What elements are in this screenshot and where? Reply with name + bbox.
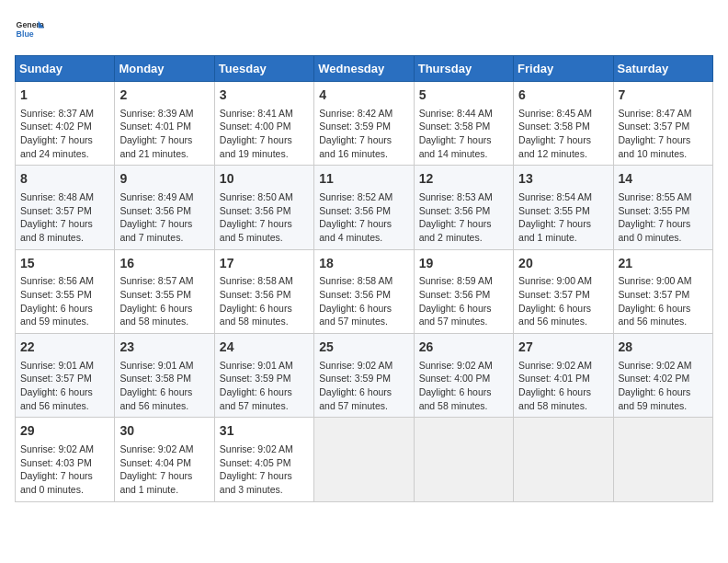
day-info-line: Daylight: 7 hours xyxy=(518,217,608,231)
day-info-line: Sunrise: 8:41 AM xyxy=(220,107,309,121)
day-info-line: Daylight: 7 hours xyxy=(119,469,209,483)
calendar-cell: 14Sunrise: 8:55 AMSunset: 3:55 PMDayligh… xyxy=(613,166,712,249)
calendar-cell: 22Sunrise: 9:01 AMSunset: 3:57 PMDayligh… xyxy=(16,334,115,418)
day-info-line: Sunset: 4:05 PM xyxy=(220,456,309,470)
day-info-line: Sunrise: 9:02 AM xyxy=(319,359,408,373)
day-info-line: Sunrise: 8:58 AM xyxy=(220,274,309,288)
calendar-cell xyxy=(314,418,414,501)
day-info-line: Daylight: 7 hours xyxy=(220,133,309,147)
day-info-line: Sunset: 3:59 PM xyxy=(220,372,309,385)
day-info-line: Sunset: 4:02 PM xyxy=(20,120,109,133)
day-info-line: and 58 minutes. xyxy=(518,399,608,413)
day-info-line: Sunrise: 8:45 AM xyxy=(518,107,608,121)
day-info-line: and 14 minutes. xyxy=(419,147,508,161)
day-number: 15 xyxy=(20,255,109,273)
day-info-line: Sunset: 4:01 PM xyxy=(119,120,209,133)
calendar-cell: 3Sunrise: 8:41 AMSunset: 4:00 PMDaylight… xyxy=(214,82,313,166)
day-info-line: Sunset: 4:04 PM xyxy=(119,456,209,470)
calendar-cell: 9Sunrise: 8:49 AMSunset: 3:56 PMDaylight… xyxy=(115,166,214,249)
day-info-line: Daylight: 7 hours xyxy=(419,133,508,147)
day-info-line: Sunrise: 8:58 AM xyxy=(319,274,408,288)
day-info-line: and 5 minutes. xyxy=(220,231,309,245)
calendar-cell: 23Sunrise: 9:01 AMSunset: 3:58 PMDayligh… xyxy=(115,334,214,418)
calendar-cell: 6Sunrise: 8:45 AMSunset: 3:58 PMDaylight… xyxy=(514,82,613,166)
day-info-line: Daylight: 7 hours xyxy=(319,217,408,231)
day-info-line: Daylight: 6 hours xyxy=(20,302,109,316)
day-info-line: and 24 minutes. xyxy=(20,147,109,161)
day-number: 18 xyxy=(319,255,408,273)
svg-text:Blue: Blue xyxy=(17,29,34,39)
day-number: 26 xyxy=(419,339,508,357)
calendar-cell: 18Sunrise: 8:58 AMSunset: 3:56 PMDayligh… xyxy=(314,249,414,333)
dow-header-friday: Friday xyxy=(514,56,613,82)
dow-header-monday: Monday xyxy=(115,56,214,82)
day-info-line: Sunrise: 9:01 AM xyxy=(119,359,209,373)
day-info-line: and 21 minutes. xyxy=(119,147,209,161)
day-info-line: Sunset: 3:55 PM xyxy=(119,288,209,302)
day-info-line: Daylight: 6 hours xyxy=(518,302,608,316)
day-info-line: and 1 minute. xyxy=(119,483,209,497)
dow-header-tuesday: Tuesday xyxy=(214,56,313,82)
calendar-cell: 11Sunrise: 8:52 AMSunset: 3:56 PMDayligh… xyxy=(314,166,414,249)
day-info-line: Sunset: 3:56 PM xyxy=(319,204,408,218)
day-info-line: Sunrise: 8:44 AM xyxy=(419,107,508,121)
day-number: 25 xyxy=(319,339,408,357)
day-info-line: and 19 minutes. xyxy=(220,147,309,161)
day-info-line: and 1 minute. xyxy=(518,231,608,245)
day-info-line: Daylight: 6 hours xyxy=(119,302,209,316)
calendar-cell: 1Sunrise: 8:37 AMSunset: 4:02 PMDaylight… xyxy=(16,82,115,166)
day-info-line: Sunrise: 8:48 AM xyxy=(20,190,109,204)
calendar-cell: 20Sunrise: 9:00 AMSunset: 3:57 PMDayligh… xyxy=(514,249,613,333)
day-info-line: Sunrise: 9:02 AM xyxy=(119,442,209,456)
day-info-line: Sunrise: 8:50 AM xyxy=(220,190,309,204)
day-info-line: Daylight: 7 hours xyxy=(220,217,309,231)
day-number: 21 xyxy=(619,255,708,273)
day-number: 12 xyxy=(419,170,508,189)
day-info-line: and 57 minutes. xyxy=(419,315,508,328)
calendar-cell: 28Sunrise: 9:02 AMSunset: 4:02 PMDayligh… xyxy=(613,334,712,418)
day-info-line: and 56 minutes. xyxy=(20,399,109,413)
day-info-line: Sunrise: 8:37 AM xyxy=(20,107,109,121)
day-info-line: Sunrise: 8:57 AM xyxy=(119,274,209,288)
day-info-line: Sunset: 3:58 PM xyxy=(419,120,508,133)
day-info-line: Sunrise: 9:00 AM xyxy=(619,274,708,288)
page-header: General Blue xyxy=(15,15,713,44)
calendar-body: 1Sunrise: 8:37 AMSunset: 4:02 PMDaylight… xyxy=(16,82,713,502)
day-info-line: Sunrise: 8:42 AM xyxy=(319,107,408,121)
day-info-line: Daylight: 6 hours xyxy=(20,385,109,399)
day-info-line: Sunrise: 9:00 AM xyxy=(518,274,608,288)
day-info-line: Daylight: 6 hours xyxy=(319,302,408,316)
week-row-2: 8Sunrise: 8:48 AMSunset: 3:57 PMDaylight… xyxy=(16,166,713,249)
day-number: 16 xyxy=(119,255,209,273)
day-info-line: Sunset: 3:57 PM xyxy=(518,288,608,302)
calendar-cell: 16Sunrise: 8:57 AMSunset: 3:55 PMDayligh… xyxy=(115,249,214,333)
day-info-line: Daylight: 7 hours xyxy=(619,133,708,147)
calendar-cell: 2Sunrise: 8:39 AMSunset: 4:01 PMDaylight… xyxy=(115,82,214,166)
day-number: 17 xyxy=(220,255,309,273)
calendar-cell: 10Sunrise: 8:50 AMSunset: 3:56 PMDayligh… xyxy=(214,166,313,249)
week-row-3: 15Sunrise: 8:56 AMSunset: 3:55 PMDayligh… xyxy=(16,249,713,333)
day-info-line: Sunrise: 9:02 AM xyxy=(419,359,508,373)
day-number: 31 xyxy=(220,422,309,441)
day-number: 10 xyxy=(220,170,309,189)
day-number: 8 xyxy=(20,170,109,189)
day-info-line: Sunrise: 8:59 AM xyxy=(419,274,508,288)
day-number: 29 xyxy=(20,422,109,441)
calendar-cell: 31Sunrise: 9:02 AMSunset: 4:05 PMDayligh… xyxy=(214,418,313,501)
day-info-line: and 8 minutes. xyxy=(20,231,109,245)
day-info-line: Daylight: 7 hours xyxy=(20,217,109,231)
calendar-cell: 17Sunrise: 8:58 AMSunset: 3:56 PMDayligh… xyxy=(214,249,313,333)
day-info-line: Daylight: 7 hours xyxy=(20,469,109,483)
day-info-line: and 57 minutes. xyxy=(220,399,309,413)
day-info-line: Sunset: 3:58 PM xyxy=(119,372,209,385)
day-info-line: and 12 minutes. xyxy=(518,147,608,161)
day-info-line: and 57 minutes. xyxy=(319,315,408,328)
day-info-line: Daylight: 6 hours xyxy=(119,385,209,399)
day-info-line: Sunset: 3:56 PM xyxy=(419,288,508,302)
day-info-line: and 57 minutes. xyxy=(319,399,408,413)
calendar-cell: 19Sunrise: 8:59 AMSunset: 3:56 PMDayligh… xyxy=(414,249,513,333)
day-info-line: and 3 minutes. xyxy=(220,483,309,497)
logo-icon: General Blue xyxy=(15,15,44,44)
calendar-cell: 15Sunrise: 8:56 AMSunset: 3:55 PMDayligh… xyxy=(16,249,115,333)
day-info-line: Sunset: 4:01 PM xyxy=(518,372,608,385)
